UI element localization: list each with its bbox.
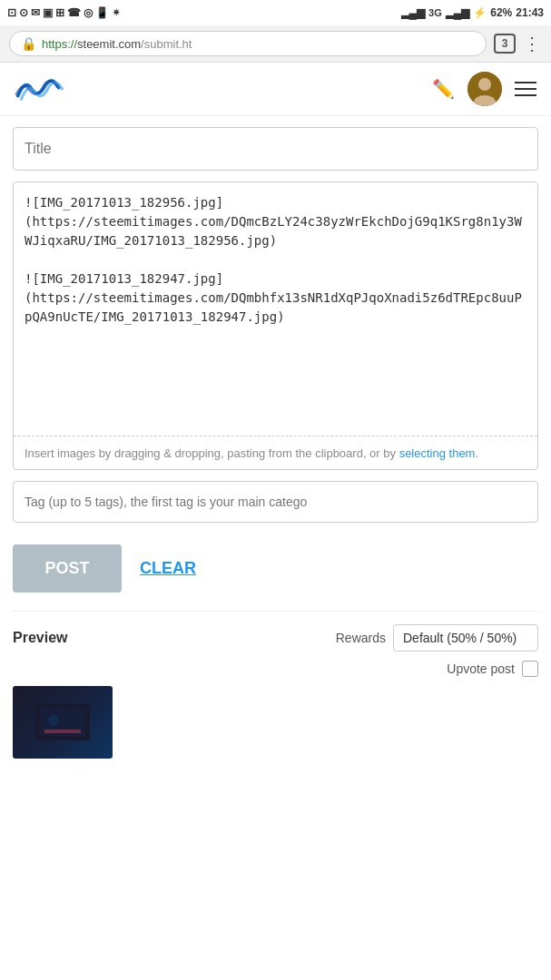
instagram-icon: ◎: [84, 6, 93, 19]
tab-counter[interactable]: 3: [494, 34, 516, 54]
signal-bars: ▂▄▆: [401, 6, 426, 19]
messenger-icon: ⊙: [19, 6, 28, 19]
mail-icon: ✉: [31, 6, 40, 19]
url-path: /submit.ht: [141, 37, 192, 51]
signal-bars-2: ▂▄▆: [446, 6, 470, 19]
ssl-lock-icon: 🔒: [21, 36, 36, 51]
select-image-link[interactable]: selecting them: [399, 446, 476, 460]
steem-logo-svg: [15, 73, 69, 105]
title-input[interactable]: [13, 127, 538, 171]
header-icons: ✏️: [432, 72, 536, 106]
hamburger-line-2: [515, 88, 536, 90]
svg-point-1: [478, 78, 491, 91]
content-area: ![IMG_20171013_182956.jpg](https://steem…: [13, 181, 538, 470]
tag-input[interactable]: [13, 481, 538, 523]
hamburger-menu-icon[interactable]: [515, 82, 536, 96]
bluetooth-icon: ✴: [112, 6, 121, 19]
svg-point-5: [48, 715, 59, 726]
preview-rewards-row: Preview Rewards Default (50% / 50%): [13, 624, 538, 652]
image-hint-period: .: [475, 446, 478, 460]
url-https: https://: [42, 37, 77, 51]
hamburger-line-1: [515, 82, 536, 83]
post-button[interactable]: POST: [13, 544, 122, 593]
address-bar: 🔒 https://steemit.com/submit.ht 3 ⋮: [0, 25, 551, 63]
browser-menu-icon[interactable]: ⋮: [523, 33, 542, 54]
preview-label: Preview: [13, 630, 67, 646]
image-drop-hint: Insert images by dragging & dropping, pa…: [14, 439, 537, 469]
user-avatar[interactable]: [467, 72, 502, 106]
svg-rect-6: [44, 730, 81, 733]
upvote-label: Upvote post: [447, 662, 515, 676]
upvote-checkbox[interactable]: [522, 661, 538, 677]
rewards-select[interactable]: Default (50% / 50%): [393, 624, 538, 652]
url-domain: steemit.com: [77, 37, 141, 51]
status-icons: ⊡ ⊙ ✉ ▣ ⊞ ☎ ◎ 📱 ✴: [7, 6, 121, 19]
status-indicators: ▂▄▆ 3G ▂▄▆ ⚡ 62% 21:43: [401, 6, 544, 19]
clock: 21:43: [516, 6, 544, 19]
site-header: ✏️: [0, 63, 551, 116]
gallery-icon: ⊞: [55, 6, 64, 19]
charging-icon: ⚡: [473, 6, 487, 19]
main-content: ![IMG_20171013_182956.jpg](https://steem…: [0, 116, 551, 769]
battery-level: 62%: [490, 6, 512, 19]
edit-icon[interactable]: ✏️: [432, 78, 455, 100]
url-box[interactable]: 🔒 https://steemit.com/submit.ht: [9, 31, 487, 56]
status-bar: ⊡ ⊙ ✉ ▣ ⊞ ☎ ◎ 📱 ✴ ▂▄▆ 3G ▂▄▆ ⚡ 62% 21:43: [0, 0, 551, 25]
hamburger-line-3: [515, 94, 536, 96]
whatsapp-icon: ☎: [67, 6, 81, 19]
rewards-label: Rewards: [336, 631, 386, 645]
content-textarea[interactable]: ![IMG_20171013_182956.jpg](https://steem…: [14, 182, 537, 436]
network-type: 3G: [428, 7, 442, 18]
action-buttons: POST CLEAR: [13, 544, 538, 593]
image-hint-text: Insert images by dragging & dropping, pa…: [25, 446, 399, 460]
url-text: https://steemit.com/submit.ht: [42, 37, 192, 51]
rewards-row: Rewards Default (50% / 50%): [336, 624, 538, 652]
preview-image: [13, 686, 113, 759]
upvote-row: Upvote post: [13, 661, 538, 677]
sim-icon: ▣: [43, 6, 53, 19]
clear-button[interactable]: CLEAR: [140, 559, 196, 578]
notification-icon: ⊡: [7, 6, 16, 19]
preview-image-svg: [35, 704, 90, 740]
phone-icon: 📱: [95, 6, 109, 19]
steem-logo[interactable]: [15, 73, 69, 105]
preview-section: Preview Rewards Default (50% / 50%) Upvo…: [13, 611, 538, 759]
